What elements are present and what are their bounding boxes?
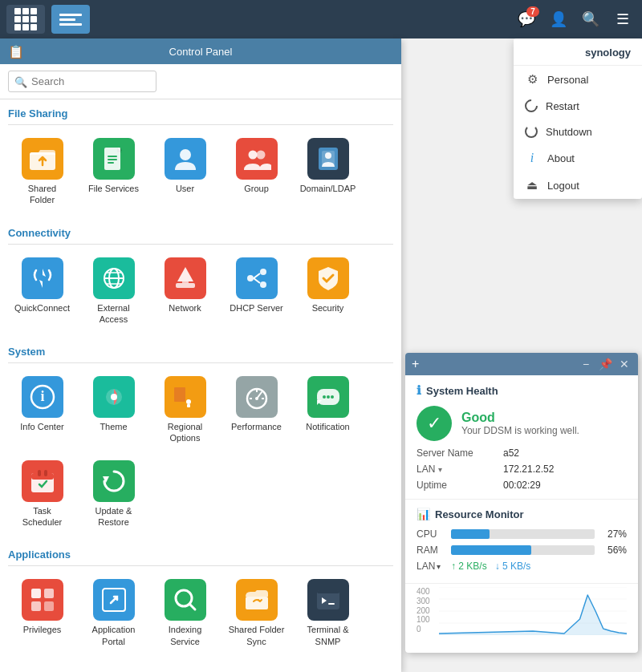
icon-application-portal[interactable]: ApplicationPortal xyxy=(79,573,148,654)
system-grid: i Info Center Theme RegionalOptions xyxy=(8,370,393,534)
icon-indexing-service[interactable]: IndexingService xyxy=(151,573,219,654)
svg-rect-55 xyxy=(246,597,268,609)
cp-titlebar-icon: 📋 xyxy=(8,44,24,59)
search-icon: 🔍 xyxy=(14,75,27,87)
widget-minimize[interactable]: − xyxy=(579,357,593,371)
panel-button[interactable] xyxy=(51,5,90,34)
icon-security[interactable]: Security xyxy=(294,251,362,332)
performance-label: Performance xyxy=(231,421,282,432)
user-label: User xyxy=(176,183,194,194)
cp-titlebar: 📋 Control Panel xyxy=(0,38,401,64)
icon-terminal-snmp[interactable]: Terminal &SNMP xyxy=(294,573,362,654)
widget-close[interactable]: ✕ xyxy=(617,357,632,371)
icon-shared-folder[interactable]: SharedFolder xyxy=(8,132,76,213)
info-center-label: Info Center xyxy=(20,421,63,432)
icon-task-scheduler[interactable]: TaskScheduler xyxy=(8,454,76,535)
dropdown-shutdown[interactable]: Shutdown xyxy=(514,119,642,144)
svg-rect-19 xyxy=(176,283,195,288)
icon-info-center[interactable]: i Info Center xyxy=(8,370,76,451)
icon-quickconnect[interactable]: QuickConnect xyxy=(8,251,76,332)
dropdown-personal-label: Personal xyxy=(547,74,588,86)
cpu-row: CPU 27% xyxy=(416,528,627,540)
app-portal-icon xyxy=(93,579,135,621)
section-connectivity: Connectivity xyxy=(8,219,393,245)
health-icon: ℹ xyxy=(416,383,421,398)
folder-sync-icon xyxy=(236,579,278,621)
download-speed: ↓ 5 KB/s xyxy=(495,561,531,572)
svg-rect-29 xyxy=(174,387,185,402)
settings-button[interactable]: ☰ xyxy=(610,6,636,32)
dropdown-about[interactable]: i About xyxy=(514,144,642,172)
icon-update-restore[interactable]: Update &Restore xyxy=(79,454,148,535)
dropdown-personal[interactable]: ⚙ Personal xyxy=(514,66,642,93)
icon-group[interactable]: Group xyxy=(222,132,291,213)
search-button[interactable]: 🔍 xyxy=(578,6,603,32)
svg-point-31 xyxy=(186,399,191,404)
icon-notification[interactable]: Notification xyxy=(294,370,362,451)
icon-user[interactable]: User xyxy=(151,132,219,213)
section-system: System xyxy=(8,338,393,363)
resource-section: 📊 Resource Monitor CPU 27% RAM 56% LAN ▾… xyxy=(405,500,638,583)
health-details: Server Name a52 LAN ▾ 172.21.2.52 Uptime… xyxy=(416,447,627,491)
regional-icon xyxy=(165,376,206,418)
svg-rect-18 xyxy=(182,281,189,283)
logout-icon: ⏏ xyxy=(525,178,539,192)
widget-pin[interactable]: 📌 xyxy=(598,357,612,371)
icon-network[interactable]: Network xyxy=(151,251,219,332)
icon-regional-options[interactable]: RegionalOptions xyxy=(151,370,219,451)
task-scheduler-icon xyxy=(22,460,63,502)
health-status: ✓ Good Your DDSM is working well. xyxy=(416,406,627,441)
svg-point-42 xyxy=(331,395,334,399)
regional-label: RegionalOptions xyxy=(168,421,202,444)
dropdown-restart[interactable]: Restart xyxy=(514,93,642,119)
privileges-icon xyxy=(22,579,63,621)
apps-button[interactable] xyxy=(6,5,45,34)
svg-point-40 xyxy=(323,395,326,399)
svg-point-8 xyxy=(256,151,265,160)
lan-key: LAN ▾ xyxy=(416,464,497,475)
svg-point-20 xyxy=(247,275,254,281)
health-section: ℹ System Health ✓ Good Your DDSM is work… xyxy=(405,375,638,500)
theme-icon xyxy=(93,376,135,418)
svg-rect-32 xyxy=(187,404,190,407)
status-desc: Your DDSM is working well. xyxy=(461,425,579,436)
icon-dhcp-server[interactable]: DHCP Server xyxy=(222,251,291,332)
notification-button[interactable]: 💬 7 xyxy=(514,6,539,32)
widget-titlebar: + − 📌 ✕ xyxy=(405,353,638,375)
dropdown-logout-label: Logout xyxy=(547,180,579,192)
icon-external-access[interactable]: External Access xyxy=(79,251,148,332)
icon-file-services[interactable]: File Services xyxy=(79,132,148,213)
user-button[interactable]: 👤 xyxy=(546,6,571,32)
file-sharing-grid: SharedFolder File Services User Group xyxy=(8,132,393,213)
svg-rect-57 xyxy=(317,590,339,593)
server-name-key: Server Name xyxy=(416,447,497,459)
ram-bar xyxy=(451,545,531,555)
icon-theme[interactable]: Theme xyxy=(79,370,148,451)
task-scheduler-label: TaskScheduler xyxy=(22,505,63,528)
icon-performance[interactable]: Performance xyxy=(222,370,291,451)
ram-pct: 56% xyxy=(601,544,627,556)
quickconnect-label: QuickConnect xyxy=(14,302,70,314)
svg-rect-45 xyxy=(38,470,41,476)
svg-point-7 xyxy=(248,151,257,160)
taskbar: 💬 7 👤 🔍 ☰ xyxy=(0,0,642,38)
svg-marker-17 xyxy=(177,267,193,281)
health-status-text: Good Your DDSM is working well. xyxy=(461,411,579,436)
performance-icon xyxy=(236,376,278,418)
svg-text:i: i xyxy=(40,388,44,404)
restart-icon xyxy=(522,97,541,115)
search-input[interactable] xyxy=(8,71,156,92)
notification-badge: 7 xyxy=(526,6,539,17)
indexing-icon xyxy=(165,579,206,621)
cp-content: File Sharing SharedFolder File Services … xyxy=(0,99,401,672)
shared-folder-icon xyxy=(22,138,63,180)
widget-add-button[interactable]: + xyxy=(412,357,419,371)
dropdown-about-label: About xyxy=(547,152,575,164)
folder-sync-label: Shared FolderSync xyxy=(229,624,285,647)
icon-shared-folder-sync[interactable]: Shared FolderSync xyxy=(222,573,291,654)
user-dropdown: synology ⚙ Personal Restart Shutdown i A… xyxy=(514,38,642,199)
terminal-label: Terminal &SNMP xyxy=(307,624,349,647)
icon-privileges[interactable]: Privileges xyxy=(8,573,76,654)
icon-domain-ldap[interactable]: Domain/LDAP xyxy=(294,132,362,213)
dropdown-logout[interactable]: ⏏ Logout xyxy=(514,172,642,199)
